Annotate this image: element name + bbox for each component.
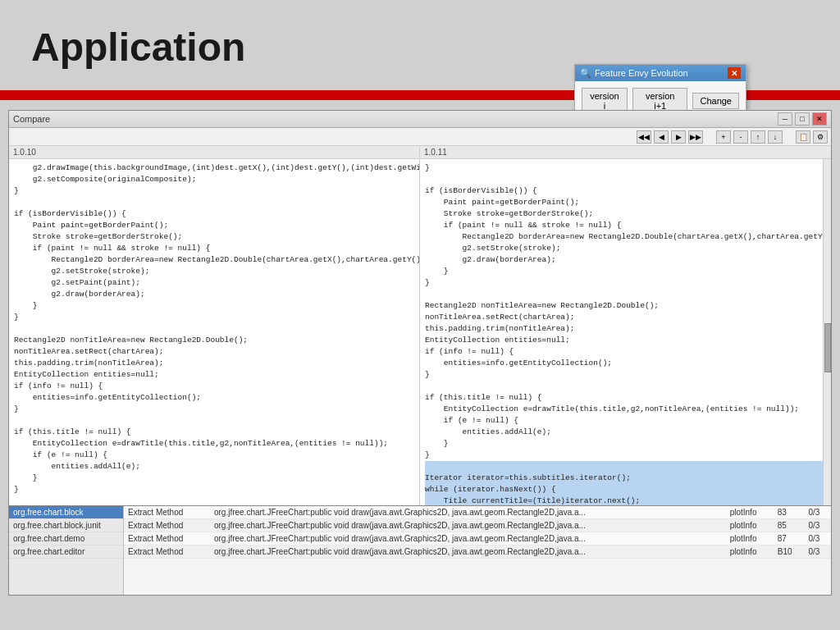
copy-button[interactable]: 📋	[796, 130, 810, 144]
table-body: Extract Method org.jfree.chart.JFreeChar…	[124, 506, 831, 559]
cell-type: Extract Method	[124, 519, 210, 532]
table-row[interactable]: Extract Method org.jfree.chart.JFreeChar…	[124, 519, 831, 532]
cell-class: org.jfree.chart.JFreeChart:public void d…	[210, 532, 726, 546]
cell-class: org.jfree.chart.JFreeChart:public void d…	[210, 519, 726, 532]
cell-ratio: 0/3	[805, 506, 832, 519]
expand-button[interactable]: +	[716, 130, 731, 144]
cell-line: 87	[774, 532, 805, 546]
left-code-panel[interactable]: g2.drawImage(this.backgroundImage,(int)d…	[9, 159, 420, 539]
refactoring-table: Extract Method org.jfree.chart.JFreeChar…	[124, 506, 831, 559]
change-button[interactable]: Change	[692, 93, 739, 109]
compare-header-left: 1.0.10	[9, 148, 420, 157]
cell-ratio: 0/3	[805, 532, 832, 546]
feature-envy-titlebar-left: 🔍 Feature Envy Evolution	[580, 68, 688, 79]
compare-window: Compare ─ □ ✕ ◀◀ ◀ ▶ ▶▶ + - ↑ ↓ 📋 ⚙ 1.0.…	[8, 110, 832, 553]
cell-ratio: 0/3	[805, 519, 832, 532]
dialog-icon: 🔍	[580, 68, 591, 79]
compare-titlebar-buttons: ─ □ ✕	[778, 112, 827, 126]
up-button[interactable]: ↑	[751, 130, 765, 144]
cell-field: plotInfo	[726, 546, 774, 559]
scrollbar[interactable]	[823, 159, 831, 539]
right-code-text: } if (isBorderVisible()) { Paint paint=g…	[420, 159, 831, 539]
nav-first-button[interactable]: ◀◀	[637, 130, 651, 144]
feature-envy-titlebar: 🔍 Feature Envy Evolution ✕	[575, 65, 746, 81]
bottom-left-item-3[interactable]: org.free.chart.editor	[9, 546, 123, 559]
compare-titlebar: Compare ─ □ ✕	[9, 111, 831, 128]
cell-class: org.jfree.chart.JFreeChart:public void d…	[210, 506, 726, 519]
cell-line: B10	[774, 546, 805, 559]
compare-header: 1.0.10 1.0.11	[9, 146, 831, 159]
cell-class: org.jfree.chart.JFreeChart:public void d…	[210, 546, 726, 559]
feature-envy-close-button[interactable]: ✕	[728, 67, 741, 79]
table-row[interactable]: Extract Method org.jfree.chart.JFreeChar…	[124, 546, 831, 559]
collapse-button[interactable]: -	[733, 130, 748, 144]
table-row[interactable]: Extract Method org.jfree.chart.JFreeChar…	[124, 532, 831, 546]
bottom-panel: org.free.chart.block org.free.chart.bloc…	[8, 505, 832, 596]
bottom-panel-left: org.free.chart.block org.free.chart.bloc…	[9, 506, 124, 595]
compare-header-right: 1.0.11	[420, 148, 831, 157]
cell-field: plotInfo	[726, 519, 774, 532]
cell-type: Extract Method	[124, 532, 210, 546]
cell-type: Extract Method	[124, 546, 210, 559]
bottom-panel-right: Extract Method org.jfree.chart.JFreeChar…	[124, 506, 831, 595]
maximize-button[interactable]: □	[795, 112, 810, 126]
minimize-button[interactable]: ─	[778, 112, 792, 126]
nav-last-button[interactable]: ▶▶	[688, 130, 703, 144]
scrollbar-thumb[interactable]	[824, 323, 831, 372]
down-button[interactable]: ↓	[768, 130, 783, 144]
right-code-panel[interactable]: } if (isBorderVisible()) { Paint paint=g…	[420, 159, 831, 539]
cell-field: plotInfo	[726, 532, 774, 546]
table-row[interactable]: Extract Method org.jfree.chart.JFreeChar…	[124, 506, 831, 519]
close-window-button[interactable]: ✕	[812, 112, 827, 126]
app-title: Application	[31, 25, 245, 70]
cell-ratio: 0/3	[805, 546, 832, 559]
compare-title: Compare	[13, 114, 50, 124]
compare-content: g2.drawImage(this.backgroundImage,(int)d…	[9, 159, 831, 539]
cell-field: plotInfo	[726, 506, 774, 519]
cell-line: 85	[774, 519, 805, 532]
bottom-left-item-0[interactable]: org.free.chart.block	[9, 506, 123, 519]
compare-toolbar: ◀◀ ◀ ▶ ▶▶ + - ↑ ↓ 📋 ⚙	[9, 128, 831, 146]
bottom-left-item-1[interactable]: org.free.chart.block.junit	[9, 519, 123, 532]
nav-next-button[interactable]: ▶	[671, 130, 686, 144]
bottom-left-item-2[interactable]: org.free.chart.demo	[9, 532, 123, 546]
settings-button[interactable]: ⚙	[813, 130, 828, 144]
left-code-text: g2.drawImage(this.backgroundImage,(int)d…	[9, 159, 419, 539]
cell-type: Extract Method	[124, 506, 210, 519]
nav-prev-button[interactable]: ◀	[654, 130, 669, 144]
feature-envy-title: Feature Envy Evolution	[595, 68, 688, 78]
cell-line: 83	[774, 506, 805, 519]
